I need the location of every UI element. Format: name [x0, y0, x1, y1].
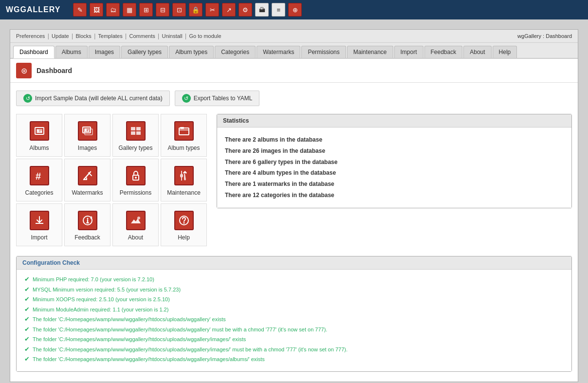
config-line-6: ✔ The folder 'C:/Homepages/wamp/www/wgga…: [24, 326, 564, 334]
gallery1-icon[interactable]: ▦: [123, 3, 136, 17]
tab-images[interactable]: Images: [89, 46, 120, 58]
config-text-7: The folder 'C:/Homepages/wamp/www/wggall…: [33, 335, 246, 344]
update-link[interactable]: Update: [52, 33, 69, 39]
icon-cell-help[interactable]: Help: [161, 203, 207, 246]
about-icon: [126, 211, 146, 230]
go-to-module-link[interactable]: Go to module: [189, 33, 221, 39]
image2-icon[interactable]: 🗂: [106, 3, 120, 17]
chart-icon[interactable]: ≡: [272, 3, 285, 17]
tab-categories[interactable]: Categories: [215, 46, 256, 58]
config-line-2: ✔ MYSQL Minimum version required: 5.5 (y…: [24, 286, 564, 294]
icon-cell-gallery-types[interactable]: Gallery types: [112, 114, 159, 157]
tab-albums[interactable]: Albums: [55, 46, 88, 58]
svg-point-18: [137, 217, 140, 219]
check-icon-7: ✔: [24, 335, 30, 343]
page-title: Dashboard: [37, 67, 72, 74]
check-icon-3: ✔: [24, 295, 30, 303]
check-icon-9: ✔: [24, 355, 30, 363]
config-text-2: MYSQL Minimum version required: 5.5 (you…: [33, 286, 181, 294]
config-line-7: ✔ The folder 'C:/Homepages/wamp/www/wgga…: [24, 335, 564, 344]
comments-link[interactable]: Comments: [129, 33, 155, 39]
gallery-types-label: Gallery types: [118, 145, 152, 151]
uninstall-link[interactable]: Uninstall: [162, 33, 183, 39]
dashboard-header-icon: ⊛: [16, 63, 32, 78]
icons-section: Albums Images: [10, 114, 578, 256]
tab-watermarks[interactable]: Watermarks: [257, 46, 300, 58]
config-text-1: Minimum PHP required: 7.0 (your version …: [33, 275, 154, 284]
images-icon: [78, 121, 97, 141]
tab-maintenance[interactable]: Maintenance: [347, 46, 393, 58]
categories-icon: #: [30, 166, 49, 185]
import-label: Import: [31, 234, 47, 241]
icon-cell-maintenance[interactable]: Maintenance: [161, 159, 207, 201]
icon-cell-album-types[interactable]: Album types: [161, 114, 207, 157]
check-icon-6: ✔: [24, 326, 30, 333]
gallery2-icon[interactable]: ⊞: [139, 3, 153, 17]
stat-line-6: There are 12 categories in the database: [225, 190, 564, 201]
main-wrapper: Preferences | Update | Blocks | Template…: [10, 29, 578, 382]
album1-icon[interactable]: ⊟: [156, 3, 169, 17]
tab-feedback[interactable]: Feedback: [424, 46, 463, 58]
statistics-box: Statistics There are 2 albums in the dat…: [217, 114, 572, 208]
tools-icon[interactable]: ✂: [205, 3, 219, 17]
export-yaml-button[interactable]: ↺ Export Tables to YAML: [175, 91, 260, 106]
categories-label: Categories: [25, 189, 53, 196]
icon-cell-import[interactable]: Import: [16, 203, 62, 246]
icon-cell-categories[interactable]: # Categories: [16, 159, 62, 201]
stat-line-3: There are 6 gallery types in the databas…: [225, 157, 564, 168]
icon-cell-feedback[interactable]: Feedback: [64, 203, 110, 246]
help-topbar-icon[interactable]: ⊕: [288, 3, 302, 17]
svg-text:#: #: [36, 171, 41, 182]
statistics-section: Statistics There are 2 albums in the dat…: [217, 114, 572, 246]
tab-dashboard[interactable]: Dashboard: [13, 46, 55, 58]
statistics-title: Statistics: [217, 114, 571, 128]
landscape-icon[interactable]: 🏔: [255, 3, 269, 17]
config-line-8: ✔ The folder 'C:/Homepages/wamp/www/wgga…: [24, 346, 564, 354]
feedback-icon[interactable]: ⚙: [239, 3, 252, 17]
config-line-1: ✔ Minimum PHP required: 7.0 (your versio…: [24, 275, 564, 284]
import-sample-button[interactable]: ↺ Import Sample Data (will delete ALL cu…: [16, 91, 170, 106]
blocks-link[interactable]: Blocks: [75, 33, 91, 39]
feedback-label: Feedback: [74, 234, 100, 241]
lock-icon[interactable]: 🔒: [189, 3, 202, 17]
arrow-icon[interactable]: ↗: [222, 3, 236, 17]
config-line-4: ✔ Minimum ModuleAdmin required: 1.1 (you…: [24, 306, 564, 314]
albums-label: Albums: [29, 145, 49, 151]
templates-link[interactable]: Templates: [98, 33, 123, 39]
stat-line-2: There are 26 images in the database: [225, 146, 564, 157]
watermarks-label: Watermarks: [72, 189, 103, 196]
image1-icon[interactable]: 🖼: [90, 3, 103, 17]
tab-gallery-types[interactable]: Gallery types: [121, 46, 168, 58]
tab-permissions[interactable]: Permissions: [301, 46, 346, 58]
album-types-label: Album types: [167, 145, 200, 151]
app-title: WGGALLERY: [6, 5, 60, 14]
svg-rect-12: [180, 127, 184, 129]
icon-cell-permissions[interactable]: Permissions: [112, 159, 159, 201]
topbar: WGGALLERY ✎ 🖼 🗂 ▦ ⊞ ⊟ ⊡ 🔒 ✂ ↗ ⚙ 🏔 ≡ ⊕: [0, 0, 588, 19]
tab-import[interactable]: Import: [394, 46, 423, 58]
icon-cell-images[interactable]: Images: [64, 114, 110, 157]
svg-rect-10: [136, 131, 141, 135]
config-text-6: The folder 'C:/Homepages/wamp/www/wggall…: [33, 326, 327, 334]
config-line-3: ✔ Minimum XOOPS required: 2.5.10 (your v…: [24, 295, 564, 304]
tab-help[interactable]: Help: [493, 46, 517, 58]
svg-point-20: [183, 222, 184, 224]
page-header: ⊛ Dashboard: [10, 59, 578, 83]
icon-cell-watermarks[interactable]: Watermarks: [64, 159, 110, 201]
gallery-types-icon: [126, 121, 146, 141]
export-yaml-icon: ↺: [182, 94, 191, 103]
icon-cell-albums[interactable]: Albums: [16, 114, 62, 157]
icon-cell-about[interactable]: About: [112, 203, 159, 246]
tab-about[interactable]: About: [463, 46, 491, 58]
admin-links-list: Preferences | Update | Blocks | Template…: [16, 33, 221, 39]
import-icon: [30, 211, 49, 230]
about-label: About: [128, 234, 143, 241]
albums-icon: [30, 121, 49, 141]
config-check-title: Configuration Check: [17, 256, 571, 270]
svg-rect-11: [179, 128, 189, 135]
check-icon-2: ✔: [24, 286, 30, 293]
preferences-link[interactable]: Preferences: [16, 33, 45, 39]
album2-icon[interactable]: ⊡: [172, 3, 186, 17]
edit-icon[interactable]: ✎: [73, 3, 87, 17]
tab-album-types[interactable]: Album types: [169, 46, 214, 58]
